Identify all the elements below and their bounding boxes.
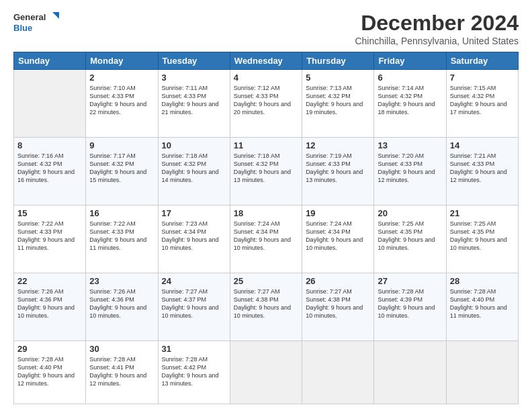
- svg-marker-2: [52, 12, 59, 19]
- table-row: 12Sunrise: 7:19 AMSunset: 4:33 PMDayligh…: [302, 137, 374, 205]
- table-row: [14, 70, 86, 138]
- table-row: 3Sunrise: 7:11 AMSunset: 4:33 PMDaylight…: [158, 70, 230, 138]
- table-row: 6Sunrise: 7:14 AMSunset: 4:32 PMDaylight…: [374, 70, 446, 138]
- table-row: 26Sunrise: 7:27 AMSunset: 4:38 PMDayligh…: [302, 273, 374, 340]
- title-block: December 2024 Chinchilla, Pennsylvania, …: [355, 11, 519, 46]
- table-row: 14Sunrise: 7:21 AMSunset: 4:33 PMDayligh…: [446, 137, 518, 205]
- logo-svg: General Blue: [13, 11, 60, 35]
- col-saturday: Saturday: [446, 52, 518, 70]
- page-subtitle: Chinchilla, Pennsylvania, United States: [355, 36, 519, 46]
- table-row: 18Sunrise: 7:24 AMSunset: 4:34 PMDayligh…: [230, 205, 302, 273]
- logo: General Blue: [13, 11, 60, 35]
- table-row: 20Sunrise: 7:25 AMSunset: 4:35 PMDayligh…: [374, 205, 446, 273]
- calendar-page: General Blue December 2024 Chinchilla, P…: [0, 0, 532, 411]
- table-row: 19Sunrise: 7:24 AMSunset: 4:34 PMDayligh…: [302, 205, 374, 273]
- col-friday: Friday: [374, 52, 446, 70]
- table-row: 29Sunrise: 7:28 AMSunset: 4:40 PMDayligh…: [14, 340, 86, 404]
- table-row: [302, 340, 374, 404]
- table-row: [230, 340, 302, 404]
- table-row: 25Sunrise: 7:27 AMSunset: 4:38 PMDayligh…: [230, 273, 302, 340]
- table-row: 17Sunrise: 7:23 AMSunset: 4:34 PMDayligh…: [158, 205, 230, 273]
- calendar-table: Sunday Monday Tuesday Wednesday Thursday…: [13, 52, 519, 404]
- table-row: 23Sunrise: 7:26 AMSunset: 4:36 PMDayligh…: [86, 273, 158, 340]
- table-row: 5Sunrise: 7:13 AMSunset: 4:32 PMDaylight…: [302, 70, 374, 138]
- table-row: [446, 340, 518, 404]
- table-row: 28Sunrise: 7:28 AMSunset: 4:40 PMDayligh…: [446, 273, 518, 340]
- svg-text:General: General: [13, 12, 46, 22]
- table-row: 2Sunrise: 7:10 AMSunset: 4:33 PMDaylight…: [86, 70, 158, 138]
- col-monday: Monday: [86, 52, 158, 70]
- table-row: 11Sunrise: 7:18 AMSunset: 4:32 PMDayligh…: [230, 137, 302, 205]
- col-wednesday: Wednesday: [230, 52, 302, 70]
- col-thursday: Thursday: [302, 52, 374, 70]
- table-row: 21Sunrise: 7:25 AMSunset: 4:35 PMDayligh…: [446, 205, 518, 273]
- table-row: 8Sunrise: 7:16 AMSunset: 4:32 PMDaylight…: [14, 137, 86, 205]
- table-row: 31Sunrise: 7:28 AMSunset: 4:42 PMDayligh…: [158, 340, 230, 404]
- table-row: 9Sunrise: 7:17 AMSunset: 4:32 PMDaylight…: [86, 137, 158, 205]
- table-row: 10Sunrise: 7:18 AMSunset: 4:32 PMDayligh…: [158, 137, 230, 205]
- table-row: 13Sunrise: 7:20 AMSunset: 4:33 PMDayligh…: [374, 137, 446, 205]
- col-tuesday: Tuesday: [158, 52, 230, 70]
- table-row: 16Sunrise: 7:22 AMSunset: 4:33 PMDayligh…: [86, 205, 158, 273]
- table-row: 7Sunrise: 7:15 AMSunset: 4:32 PMDaylight…: [446, 70, 518, 138]
- table-row: 22Sunrise: 7:26 AMSunset: 4:36 PMDayligh…: [14, 273, 86, 340]
- table-row: 30Sunrise: 7:28 AMSunset: 4:41 PMDayligh…: [86, 340, 158, 404]
- page-title: December 2024: [355, 11, 519, 36]
- calendar-header-row: Sunday Monday Tuesday Wednesday Thursday…: [14, 52, 519, 70]
- svg-text:Blue: Blue: [13, 23, 32, 33]
- page-header: General Blue December 2024 Chinchilla, P…: [13, 11, 519, 46]
- col-sunday: Sunday: [14, 52, 86, 70]
- table-row: 27Sunrise: 7:28 AMSunset: 4:39 PMDayligh…: [374, 273, 446, 340]
- table-row: 4Sunrise: 7:12 AMSunset: 4:33 PMDaylight…: [230, 70, 302, 138]
- table-row: [374, 340, 446, 404]
- table-row: 24Sunrise: 7:27 AMSunset: 4:37 PMDayligh…: [158, 273, 230, 340]
- table-row: 15Sunrise: 7:22 AMSunset: 4:33 PMDayligh…: [14, 205, 86, 273]
